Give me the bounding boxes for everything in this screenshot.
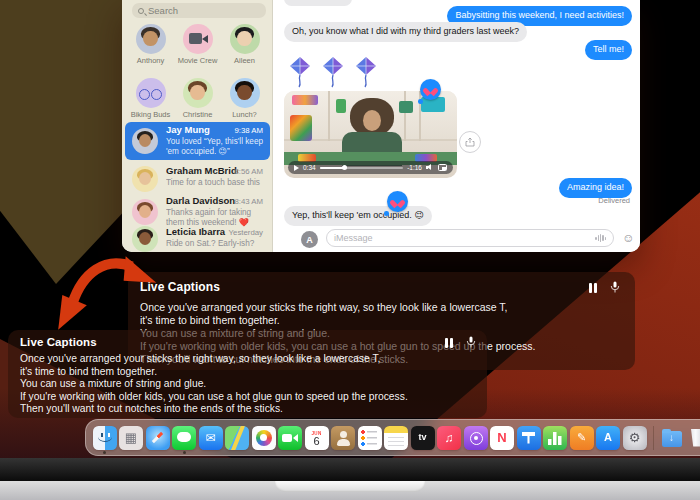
message-bubble-outgoing: Tell me! <box>585 40 632 60</box>
share-up-arrow-icon <box>464 136 476 148</box>
dock-app-pages[interactable]: ✎ <box>569 424 594 451</box>
dock-app-podcasts[interactable] <box>463 424 488 451</box>
kite-emoji <box>288 56 312 88</box>
microphone-icon[interactable] <box>609 281 621 294</box>
dock-app-photos[interactable] <box>251 424 276 451</box>
dock-app-reminders[interactable] <box>357 424 382 451</box>
running-indicator-dot <box>183 451 186 454</box>
dock-app-music[interactable]: ♫ <box>437 424 462 451</box>
dock-app-mail[interactable]: ✉ <box>198 424 223 451</box>
keynote-icon <box>517 426 541 450</box>
conversation-name: Graham McBride <box>166 166 238 177</box>
dock-app-numbers[interactable] <box>543 424 568 451</box>
search-placeholder: Search <box>148 5 178 16</box>
volume-icon[interactable] <box>426 164 434 171</box>
dock-app-facetime[interactable] <box>278 424 303 451</box>
search-input[interactable]: Search <box>132 3 266 18</box>
dock-app-messages[interactable] <box>172 424 197 451</box>
settings-icon: ⚙ <box>623 426 647 450</box>
contacts-icon <box>331 426 355 450</box>
conversation-time: 9:38 AM <box>234 126 263 135</box>
avatar <box>183 78 213 108</box>
message-input-placeholder: iMessage <box>334 233 595 243</box>
pinned-chat-lunch[interactable]: Lunch? <box>221 78 268 119</box>
dock-app-settings[interactable]: ⚙ <box>622 424 647 451</box>
dock-app-news[interactable]: N <box>490 424 515 451</box>
conversation-name: Darla Davidson <box>166 196 238 207</box>
share-button[interactable] <box>459 131 481 153</box>
delivered-status: Delivered <box>598 196 630 205</box>
podcasts-icon <box>464 426 488 450</box>
dock-app-calendar[interactable]: JUN6 <box>304 424 329 451</box>
dock-app-keynote[interactable] <box>516 424 541 451</box>
avatar <box>230 24 260 54</box>
pause-icon[interactable] <box>445 338 453 348</box>
numbers-icon <box>543 426 567 450</box>
pinned-chat-movie-crew[interactable]: Movie Crew <box>174 24 221 65</box>
live-captions-title: Live Captions <box>140 280 623 294</box>
pip-icon[interactable] <box>438 164 447 171</box>
audio-waveform-icon[interactable] <box>595 234 606 242</box>
photos-icon <box>252 426 276 450</box>
pinned-chat-aileen[interactable]: Aileen <box>221 24 268 65</box>
dock-app-launchpad[interactable]: ▦ <box>119 424 144 451</box>
dock-app-safari[interactable] <box>145 424 170 451</box>
conversation-time: 8:43 AM <box>234 197 263 206</box>
conversation-jay-mung[interactable]: Jay Mung 9:38 AM You loved “Yep, this'll… <box>125 122 270 160</box>
emoji-smiley-icon[interactable]: ☺ <box>621 231 636 246</box>
dock-app-finder[interactable] <box>92 424 117 451</box>
pinned-chat-christine[interactable]: Christine <box>174 78 221 119</box>
search-icon <box>138 8 144 14</box>
microphone-icon[interactable] <box>465 336 477 349</box>
dock-divider <box>653 426 654 450</box>
message-bubble-outgoing: Amazing idea! <box>559 178 632 198</box>
pin-label: Movie Crew <box>174 56 221 65</box>
live-captions-panel-front[interactable]: Live Captions Once you've arranged your … <box>8 330 487 418</box>
video-scrubber[interactable] <box>320 167 404 169</box>
finder-icon <box>93 426 117 450</box>
conversation-preview: Time for a touch base this week? <box>166 178 264 188</box>
appstore-icon: A <box>596 426 620 450</box>
dock-app-downloads[interactable]: ↓ <box>659 424 684 451</box>
apps-a-icon[interactable]: A <box>301 231 318 248</box>
video-controls[interactable]: 0:34 -1:16 <box>288 161 453 174</box>
pin-label: Christine <box>174 110 221 119</box>
macbook-screenshot: Search Anthony Movie Crew Aileen Biking … <box>0 0 700 500</box>
tapback-tail-dot <box>384 211 389 216</box>
caption-line: You can use a mixture of string and glue… <box>20 378 475 391</box>
messages-sidebar: Search Anthony Movie Crew Aileen Biking … <box>122 0 273 252</box>
message-input[interactable]: iMessage <box>326 229 614 247</box>
play-icon[interactable] <box>294 165 299 171</box>
conversation-name: Leticia Ibarra <box>166 227 238 238</box>
pinned-chat-biking-buds[interactable]: Biking Buds <box>127 78 174 119</box>
running-indicator-dot <box>103 451 106 454</box>
tv-icon: tv <box>411 426 435 450</box>
reminders-icon <box>358 426 382 450</box>
pause-icon[interactable] <box>589 283 597 293</box>
desktop: Search Anthony Movie Crew Aileen Biking … <box>0 0 700 458</box>
caption-line: it's time to bind them together. <box>20 366 475 379</box>
dock-app-contacts[interactable] <box>331 424 356 451</box>
safari-icon <box>146 426 170 450</box>
dock-app-appstore[interactable]: A <box>596 424 621 451</box>
video-elapsed: 0:34 <box>303 164 316 171</box>
caption-line: Once you've arranged your sticks the rig… <box>20 353 475 366</box>
pages-icon: ✎ <box>570 426 594 450</box>
caption-line: Once you've arranged your sticks the rig… <box>140 301 623 314</box>
video-attachment[interactable]: 0:34 -1:16 <box>284 91 457 178</box>
kite-emoji <box>354 56 378 88</box>
launchpad-icon: ▦ <box>119 426 143 450</box>
notes-icon <box>384 426 408 450</box>
live-captions-title: Live Captions <box>20 336 475 348</box>
dock-app-maps[interactable] <box>225 424 250 451</box>
pinned-chat-anthony[interactable]: Anthony <box>127 24 174 65</box>
partial-bubble <box>284 0 352 6</box>
trash-icon <box>686 426 700 450</box>
macbook-bezel <box>0 458 700 481</box>
dock-app-trash[interactable] <box>686 424 700 451</box>
dock-app-tv[interactable]: tv <box>410 424 435 451</box>
conversation-time: 8:56 AM <box>234 167 263 176</box>
avatar <box>136 78 166 108</box>
conversation-graham-mcbride[interactable]: Graham McBride 8:56 AM Time for a touch … <box>125 163 270 192</box>
dock-app-notes[interactable] <box>384 424 409 451</box>
